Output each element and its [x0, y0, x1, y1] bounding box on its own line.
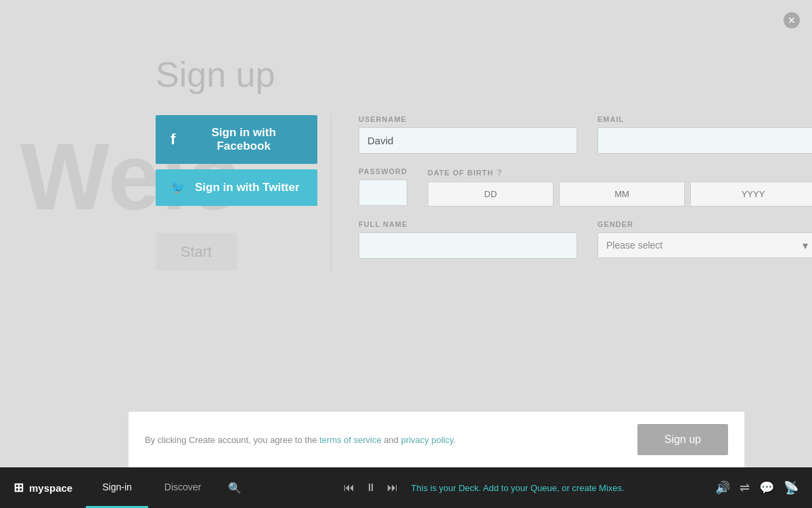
logo-label: myspace: [29, 482, 72, 494]
dob-yyyy-input[interactable]: [690, 182, 812, 207]
queue-link[interactable]: Queue: [531, 483, 557, 493]
page-title: Sign up: [129, 54, 744, 95]
close-icon: ✕: [788, 15, 796, 26]
search-icon: 🔍: [228, 482, 242, 494]
dob-mm-input[interactable]: [559, 182, 685, 207]
signup-modal: Sign up f Sign in with Facebook 🐦 Sign i…: [129, 54, 744, 272]
close-button[interactable]: ✕: [784, 12, 800, 28]
chat-button[interactable]: 💬: [759, 480, 774, 495]
footer-search-button[interactable]: 🔍: [217, 467, 252, 508]
password-input[interactable]: [359, 179, 407, 206]
dob-help-icon: ?: [497, 167, 503, 177]
next-button[interactable]: ⏭: [387, 482, 398, 494]
footer-tab-discover[interactable]: Discover: [148, 467, 217, 508]
broadcast-button[interactable]: 📡: [784, 480, 798, 495]
footer-tab-signin[interactable]: Sign-in: [86, 467, 148, 508]
deck-text: This is your Deck. Add to your Queue, or…: [411, 483, 625, 493]
username-label: USERNAME: [359, 115, 577, 123]
dob-field-col: DATE OF BIRTH ?: [428, 167, 812, 207]
volume-button[interactable]: 🔊: [715, 480, 730, 495]
form-panel: USERNAME EMAIL PASSWORD DATE OF BIRTH ?: [332, 115, 812, 272]
gender-field-col: GENDER Please select Male Female Other: [597, 220, 812, 259]
email-input[interactable]: [597, 127, 812, 154]
start-button-bg: Start: [156, 233, 237, 270]
privacy-policy-link[interactable]: privacy policy: [401, 435, 453, 445]
fullname-label: FULL NAME: [359, 220, 577, 228]
username-input[interactable]: [359, 127, 577, 154]
password-label: PASSWORD: [359, 167, 407, 175]
username-email-row: USERNAME EMAIL: [359, 115, 812, 154]
logo-icon: ⊞: [14, 480, 24, 495]
email-label: EMAIL: [597, 115, 812, 123]
email-field-col: EMAIL: [597, 115, 812, 154]
terms-text: By clicking Create account, you agree to…: [145, 435, 455, 445]
shuffle-button[interactable]: ⇌: [740, 480, 750, 495]
bottom-agreement-bar: By clicking Create account, you agree to…: [129, 412, 744, 467]
terms-of-service-link[interactable]: terms of service: [319, 435, 382, 445]
dob-label: DATE OF BIRTH ?: [428, 167, 812, 177]
dob-row: [428, 182, 812, 207]
password-dob-row: PASSWORD DATE OF BIRTH ?: [359, 167, 812, 207]
dob-dd-input[interactable]: [428, 182, 554, 207]
fullname-gender-row: FULL NAME GENDER Please select Male Fema…: [359, 220, 812, 259]
form-area: f Sign in with Facebook 🐦 Sign in with T…: [129, 115, 744, 272]
mixes-link[interactable]: Mixes: [599, 483, 622, 493]
facebook-button-label: Sign in with Facebook: [185, 126, 302, 153]
pause-button[interactable]: ⏸: [365, 482, 376, 494]
fullname-input[interactable]: [359, 232, 577, 259]
password-field-col: PASSWORD: [359, 167, 407, 207]
gender-label: GENDER: [597, 220, 812, 228]
player-controls: ⏮ ⏸ ⏭: [344, 482, 398, 494]
facebook-signin-button[interactable]: f Sign in with Facebook: [156, 115, 317, 164]
fullname-field-col: FULL NAME: [359, 220, 577, 259]
signup-button[interactable]: Sign up: [637, 424, 728, 455]
facebook-icon: f: [171, 131, 175, 148]
prev-button[interactable]: ⏮: [344, 482, 355, 494]
footer-right: 🔊 ⇌ 💬 📡: [715, 480, 812, 495]
twitter-signin-button[interactable]: 🐦 Sign in with Twitter: [156, 169, 317, 206]
username-field-col: USERNAME: [359, 115, 577, 154]
social-panel: f Sign in with Facebook 🐦 Sign in with T…: [129, 115, 332, 272]
gender-select-wrapper: Please select Male Female Other: [597, 232, 812, 258]
gender-select[interactable]: Please select Male Female Other: [597, 232, 812, 258]
footer-logo: ⊞ myspace: [0, 480, 86, 495]
twitter-button-label: Sign in with Twitter: [195, 181, 300, 194]
footer-center: ⏮ ⏸ ⏭ This is your Deck. Add to your Que…: [252, 482, 715, 494]
footer-nav: ⊞ myspace Sign-in Discover 🔍 ⏮ ⏸ ⏭ This …: [0, 467, 812, 508]
twitter-icon: 🐦: [171, 180, 185, 195]
